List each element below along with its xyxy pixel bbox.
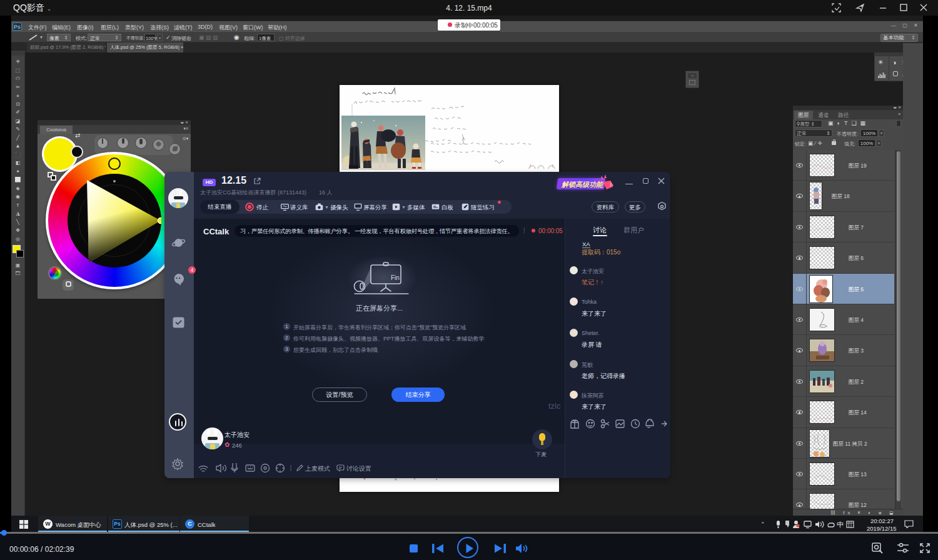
- svg-text:Fin: Fin: [391, 274, 400, 281]
- svg-text:中: 中: [837, 521, 844, 528]
